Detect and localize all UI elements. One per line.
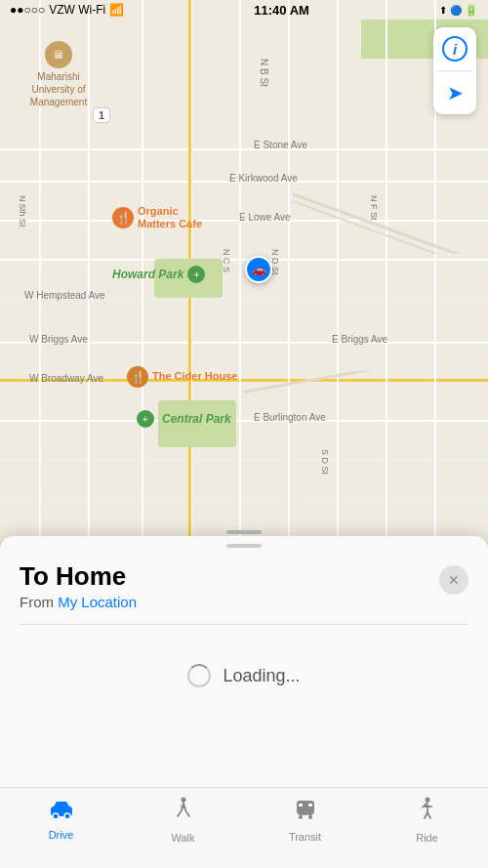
map-controls: i ➤: [433, 27, 476, 114]
location-button[interactable]: ➤: [433, 71, 476, 114]
howard-park-poi[interactable]: Howard Park +: [112, 266, 205, 283]
svg-marker-1: [54, 802, 69, 806]
destination-info: To Home From My Location: [20, 561, 137, 610]
info-icon: i: [442, 36, 468, 62]
svg-rect-5: [297, 801, 314, 814]
svg-point-2: [53, 813, 59, 819]
location-arrow-icon: ➤: [447, 81, 464, 104]
time-display: 11:40 AM: [254, 3, 309, 18]
battery-icon: 🔋: [465, 4, 478, 17]
transit-icon: [294, 798, 317, 827]
fork-knife-icon: 🍴: [131, 370, 145, 384]
svg-point-13: [425, 798, 429, 803]
road-label-nb-st: N B St: [259, 59, 269, 87]
howard-park-icon: +: [187, 266, 205, 283]
bottom-sheet: To Home From My Location ✕ Loading...: [0, 536, 488, 787]
sheet-content: To Home From My Location ✕ Loading...: [0, 548, 488, 726]
wifi-icon: 📶: [109, 3, 124, 17]
road-label-w-hempstead: W Hempstead Ave: [24, 290, 105, 301]
svg-rect-7: [308, 804, 312, 806]
road-h3: [0, 498, 488, 500]
road-label-e-stone: E Stone Ave: [254, 140, 307, 150]
road-label-n5th: N 5th St: [18, 195, 27, 227]
from-line: From My Location: [20, 594, 137, 610]
carrier: VZW Wi-Fi: [49, 3, 105, 17]
diagonal-road-area: [293, 156, 488, 254]
central-park-poi[interactable]: + Central Park: [137, 410, 231, 428]
ride-icon: [418, 797, 437, 828]
map-area[interactable]: E Stone Ave E Kirkwood Ave E Lowe Ave W …: [0, 0, 488, 542]
road-h1: [0, 259, 488, 261]
car-icon: 🚗: [252, 263, 266, 276]
sheet-header: To Home From My Location ✕: [20, 561, 468, 610]
road-label-nc-st: N C S: [222, 249, 231, 272]
university-badge: 1: [93, 107, 110, 123]
status-right: ⬆ 🔵 🔋: [439, 4, 478, 17]
road-label-e-lowe: E Lowe Ave: [239, 212, 291, 223]
cider-house-poi[interactable]: 🍴 The Cider House: [127, 366, 237, 388]
close-icon: ✕: [448, 572, 460, 588]
tab-transit[interactable]: Transit: [244, 788, 366, 868]
drive-label: Drive: [49, 829, 74, 841]
walk-icon: [175, 797, 192, 828]
university-marker: 🏛 Maharishi University of Management: [20, 41, 98, 108]
road-label-e-burlington: E Burlington Ave: [254, 412, 326, 423]
status-left: ●●○○○ VZW Wi-Fi 📶: [10, 3, 124, 17]
road-label-w-briggs: W Briggs Ave: [29, 334, 88, 345]
svg-point-3: [64, 813, 70, 819]
signal-dots: ●●○○○: [10, 3, 45, 17]
howard-park-label: Howard Park: [112, 268, 183, 281]
svg-rect-6: [299, 804, 303, 806]
cider-house-icon: 🍴: [127, 366, 148, 388]
organic-matters-icon: 🍴: [112, 207, 134, 228]
organic-matters-poi[interactable]: 🍴 OrganicMatters Cafe: [112, 205, 202, 230]
status-bar: ●●○○○ VZW Wi-Fi 📶 11:40 AM ⬆ 🔵 🔋: [0, 0, 488, 20]
close-button[interactable]: ✕: [439, 565, 468, 595]
walk-label: Walk: [171, 832, 194, 844]
drive-icon: [49, 800, 74, 825]
fork-icon: 🍴: [116, 211, 131, 225]
central-park-label: Central Park: [162, 412, 231, 426]
tab-walk[interactable]: Walk: [122, 788, 244, 868]
svg-point-4: [181, 798, 185, 803]
from-label: From: [20, 594, 54, 610]
bluetooth-icon: 🔵: [450, 5, 462, 16]
road-label-nf-st: N F St: [369, 195, 379, 221]
central-park-icon: +: [137, 410, 154, 428]
tab-ride[interactable]: Ride: [366, 788, 488, 868]
road-nc-st: [239, 0, 241, 542]
info-button[interactable]: i: [433, 27, 476, 70]
road-label-e-briggs: E Briggs Ave: [332, 334, 387, 345]
road-e-stone: [0, 148, 488, 150]
road-label-sd-st: S D St: [320, 449, 330, 475]
university-icon: 🏛: [45, 41, 72, 68]
organic-matters-label: OrganicMatters Cafe: [138, 205, 202, 230]
loading-area: Loading...: [20, 625, 468, 726]
tab-bar: Drive Walk Transit: [0, 787, 488, 868]
car-location-marker: 🚗: [245, 256, 272, 283]
ride-label: Ride: [416, 832, 438, 844]
destination-title: To Home: [20, 561, 137, 592]
university-name: Maharishi University of Management: [20, 70, 98, 108]
map-drag-handle: [226, 530, 262, 534]
loading-text: Loading...: [223, 666, 300, 686]
location-arrow-icon: ⬆: [439, 5, 447, 16]
road-label-w-broadway: W Broadway Ave: [29, 373, 103, 384]
loading-spinner: [187, 664, 211, 687]
tab-drive[interactable]: Drive: [0, 788, 122, 868]
transit-label: Transit: [289, 831, 321, 843]
from-location-link[interactable]: My Location: [58, 594, 137, 610]
cider-house-label: The Cider House: [152, 370, 237, 383]
road-label-e-kirkwood: E Kirkwood Ave: [229, 173, 298, 184]
